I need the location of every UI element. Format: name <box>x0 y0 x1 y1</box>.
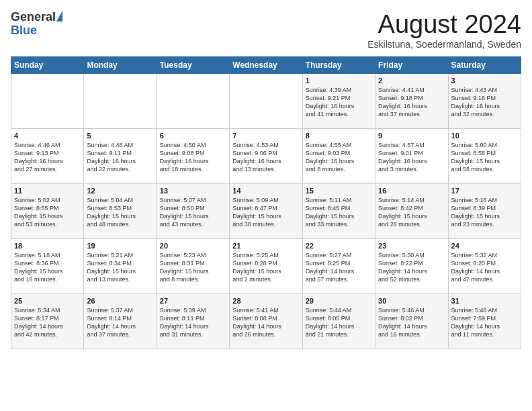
day-number: 9 <box>378 132 445 140</box>
day-info: Sunrise: 4:39 AM Sunset: 9:21 PM Dayligh… <box>306 86 372 119</box>
day-cell-5-2: 26Sunrise: 5:37 AM Sunset: 8:14 PM Dayli… <box>84 293 157 349</box>
day-cell-5-1: 25Sunrise: 5:34 AM Sunset: 8:17 PM Dayli… <box>11 293 84 349</box>
day-number: 23 <box>378 242 445 250</box>
col-header-friday: Friday <box>375 56 448 73</box>
day-number: 4 <box>14 132 81 140</box>
day-info: Sunrise: 5:44 AM Sunset: 8:05 PM Dayligh… <box>306 306 372 339</box>
day-info: Sunrise: 4:41 AM Sunset: 9:18 PM Dayligh… <box>378 86 445 119</box>
logo-general-text: General <box>11 11 56 24</box>
day-cell-2-2: 5Sunrise: 4:48 AM Sunset: 9:11 PM Daylig… <box>84 128 157 183</box>
header: General Blue August 2024 Eskilstuna, Soe… <box>11 11 521 50</box>
day-info: Sunrise: 5:00 AM Sunset: 8:58 PM Dayligh… <box>451 141 518 174</box>
title-block: August 2024 Eskilstuna, Soedermanland, S… <box>367 11 521 50</box>
day-cell-5-5: 29Sunrise: 5:44 AM Sunset: 8:05 PM Dayli… <box>302 293 375 349</box>
day-cell-2-6: 9Sunrise: 4:57 AM Sunset: 9:01 PM Daylig… <box>375 128 448 183</box>
day-number: 5 <box>87 132 153 140</box>
calendar-table: SundayMondayTuesdayWednesdayThursdayFrid… <box>11 56 521 349</box>
week-row-2: 4Sunrise: 4:46 AM Sunset: 9:13 PM Daylig… <box>11 128 521 183</box>
day-cell-4-3: 20Sunrise: 5:23 AM Sunset: 8:31 PM Dayli… <box>157 238 229 293</box>
day-number: 18 <box>14 242 81 250</box>
day-cell-3-7: 17Sunrise: 5:16 AM Sunset: 8:39 PM Dayli… <box>448 183 521 238</box>
logo: General Blue <box>11 11 62 38</box>
col-header-wednesday: Wednesday <box>230 56 302 73</box>
calendar-header-row: SundayMondayTuesdayWednesdayThursdayFrid… <box>11 56 521 73</box>
day-cell-1-2 <box>84 73 157 128</box>
day-number: 30 <box>378 297 445 305</box>
day-cell-1-4 <box>230 73 302 128</box>
day-cell-1-7: 3Sunrise: 4:43 AM Sunset: 9:16 PM Daylig… <box>448 73 521 128</box>
day-number: 1 <box>306 77 372 85</box>
col-header-tuesday: Tuesday <box>157 56 229 73</box>
month-title: August 2024 <box>367 11 521 39</box>
week-row-4: 18Sunrise: 5:18 AM Sunset: 8:36 PM Dayli… <box>11 238 521 293</box>
day-cell-4-6: 23Sunrise: 5:30 AM Sunset: 8:22 PM Dayli… <box>375 238 448 293</box>
day-cell-2-1: 4Sunrise: 4:46 AM Sunset: 9:13 PM Daylig… <box>11 128 84 183</box>
day-cell-5-7: 31Sunrise: 5:48 AM Sunset: 7:59 PM Dayli… <box>448 293 521 349</box>
day-number: 11 <box>14 187 81 195</box>
day-cell-1-3 <box>157 73 229 128</box>
day-info: Sunrise: 5:37 AM Sunset: 8:14 PM Dayligh… <box>87 306 153 339</box>
day-number: 13 <box>160 187 226 195</box>
day-cell-1-1 <box>11 73 84 128</box>
location: Eskilstuna, Soedermanland, Sweden <box>367 39 521 50</box>
day-info: Sunrise: 5:30 AM Sunset: 8:22 PM Dayligh… <box>378 251 445 284</box>
logo-blue-text: Blue <box>11 24 37 37</box>
day-number: 7 <box>232 132 299 140</box>
day-info: Sunrise: 5:46 AM Sunset: 8:02 PM Dayligh… <box>378 306 445 339</box>
day-number: 24 <box>451 242 518 250</box>
day-info: Sunrise: 5:11 AM Sunset: 8:45 PM Dayligh… <box>306 196 372 229</box>
day-cell-4-2: 19Sunrise: 5:21 AM Sunset: 8:34 PM Dayli… <box>84 238 157 293</box>
page: General Blue August 2024 Eskilstuna, Soe… <box>0 0 532 356</box>
day-cell-4-7: 24Sunrise: 5:32 AM Sunset: 8:20 PM Dayli… <box>448 238 521 293</box>
day-number: 14 <box>232 187 299 195</box>
day-info: Sunrise: 5:21 AM Sunset: 8:34 PM Dayligh… <box>87 251 153 284</box>
week-row-1: 1Sunrise: 4:39 AM Sunset: 9:21 PM Daylig… <box>11 73 521 128</box>
day-info: Sunrise: 4:48 AM Sunset: 9:11 PM Dayligh… <box>87 141 153 174</box>
day-number: 3 <box>451 77 518 85</box>
day-info: Sunrise: 4:57 AM Sunset: 9:01 PM Dayligh… <box>378 141 445 174</box>
day-number: 8 <box>306 132 372 140</box>
day-info: Sunrise: 5:27 AM Sunset: 8:25 PM Dayligh… <box>306 251 372 284</box>
day-number: 12 <box>87 187 153 195</box>
day-cell-2-3: 6Sunrise: 4:50 AM Sunset: 9:08 PM Daylig… <box>157 128 229 183</box>
day-number: 10 <box>451 132 518 140</box>
week-row-3: 11Sunrise: 5:02 AM Sunset: 8:55 PM Dayli… <box>11 183 521 238</box>
col-header-monday: Monday <box>84 56 157 73</box>
day-info: Sunrise: 4:46 AM Sunset: 9:13 PM Dayligh… <box>14 141 81 174</box>
day-info: Sunrise: 4:53 AM Sunset: 9:06 PM Dayligh… <box>232 141 299 174</box>
day-cell-2-5: 8Sunrise: 4:55 AM Sunset: 9:03 PM Daylig… <box>302 128 375 183</box>
day-cell-3-4: 14Sunrise: 5:09 AM Sunset: 8:47 PM Dayli… <box>230 183 302 238</box>
day-number: 27 <box>160 297 226 305</box>
day-number: 20 <box>160 242 226 250</box>
day-number: 17 <box>451 187 518 195</box>
day-number: 26 <box>87 297 153 305</box>
day-number: 22 <box>306 242 372 250</box>
day-info: Sunrise: 5:02 AM Sunset: 8:55 PM Dayligh… <box>14 196 81 229</box>
day-cell-4-4: 21Sunrise: 5:25 AM Sunset: 8:28 PM Dayli… <box>230 238 302 293</box>
day-number: 2 <box>378 77 445 85</box>
day-info: Sunrise: 5:14 AM Sunset: 8:42 PM Dayligh… <box>378 196 445 229</box>
day-cell-5-6: 30Sunrise: 5:46 AM Sunset: 8:02 PM Dayli… <box>375 293 448 349</box>
day-cell-3-5: 15Sunrise: 5:11 AM Sunset: 8:45 PM Dayli… <box>302 183 375 238</box>
day-info: Sunrise: 5:34 AM Sunset: 8:17 PM Dayligh… <box>14 306 81 339</box>
day-info: Sunrise: 4:55 AM Sunset: 9:03 PM Dayligh… <box>306 141 372 174</box>
day-number: 25 <box>14 297 81 305</box>
logo-triangle-icon <box>56 11 62 21</box>
day-cell-1-5: 1Sunrise: 4:39 AM Sunset: 9:21 PM Daylig… <box>302 73 375 128</box>
day-info: Sunrise: 5:23 AM Sunset: 8:31 PM Dayligh… <box>160 251 226 284</box>
day-info: Sunrise: 5:09 AM Sunset: 8:47 PM Dayligh… <box>232 196 299 229</box>
day-cell-4-5: 22Sunrise: 5:27 AM Sunset: 8:25 PM Dayli… <box>302 238 375 293</box>
day-info: Sunrise: 5:04 AM Sunset: 8:53 PM Dayligh… <box>87 196 153 229</box>
day-info: Sunrise: 4:50 AM Sunset: 9:08 PM Dayligh… <box>160 141 226 174</box>
day-info: Sunrise: 5:25 AM Sunset: 8:28 PM Dayligh… <box>232 251 299 284</box>
day-cell-3-6: 16Sunrise: 5:14 AM Sunset: 8:42 PM Dayli… <box>375 183 448 238</box>
day-info: Sunrise: 5:32 AM Sunset: 8:20 PM Dayligh… <box>451 251 518 284</box>
day-cell-3-1: 11Sunrise: 5:02 AM Sunset: 8:55 PM Dayli… <box>11 183 84 238</box>
day-cell-5-4: 28Sunrise: 5:41 AM Sunset: 8:08 PM Dayli… <box>230 293 302 349</box>
day-number: 19 <box>87 242 153 250</box>
day-cell-4-1: 18Sunrise: 5:18 AM Sunset: 8:36 PM Dayli… <box>11 238 84 293</box>
col-header-saturday: Saturday <box>448 56 521 73</box>
day-number: 6 <box>160 132 226 140</box>
day-info: Sunrise: 5:16 AM Sunset: 8:39 PM Dayligh… <box>451 196 518 229</box>
day-info: Sunrise: 5:41 AM Sunset: 8:08 PM Dayligh… <box>232 306 299 339</box>
